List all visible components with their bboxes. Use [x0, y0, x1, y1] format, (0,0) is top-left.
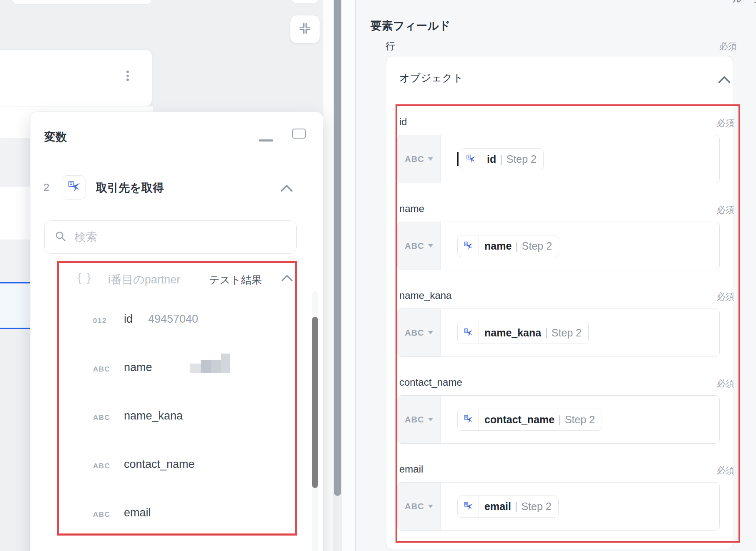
token-separator: |: [545, 327, 548, 339]
token-name: id: [487, 153, 496, 165]
token-step: Step 2: [522, 240, 552, 252]
type-selector[interactable]: ABC: [398, 396, 441, 443]
type-selector-label: ABC: [405, 502, 424, 511]
chevron-down-icon: [428, 244, 433, 248]
step-number: 2: [43, 181, 49, 194]
freee-swallow-icon: [458, 235, 479, 257]
token-name: name: [484, 240, 512, 252]
token-separator: |: [515, 240, 518, 252]
token-step: Step 2: [565, 414, 595, 426]
type-selector[interactable]: ABC: [398, 222, 441, 270]
variable-item-name-kana[interactable]: ABC name_kana: [30, 409, 297, 434]
token-name: email: [484, 500, 511, 513]
variable-name: id: [124, 313, 133, 326]
variables-panel: 変数 2 取引先を取得 { } i番目のpartner テスト結果 012: [30, 111, 323, 551]
background-card-top: [12, 0, 152, 5]
panel-divider: [323, 0, 356, 551]
test-result-badge: テスト結果: [209, 273, 262, 287]
freee-swallow-icon: [67, 180, 81, 195]
type-selector[interactable]: ABC: [398, 135, 441, 183]
chevron-down-icon: [428, 418, 433, 421]
token-step: Step 2: [552, 327, 582, 339]
object-card-title: オブジェクト: [399, 71, 464, 85]
variable-item-name[interactable]: ABC name: [30, 360, 297, 385]
field-content[interactable]: name | Step 2: [441, 222, 719, 270]
field-content[interactable]: name_kana | Step 2: [441, 309, 719, 356]
variable-token-chip[interactable]: name | Step 2: [457, 235, 559, 257]
chevron-up-icon[interactable]: [280, 185, 293, 194]
variable-token-chip[interactable]: email | Step 2: [457, 495, 559, 518]
required-badge: 必須: [717, 291, 734, 303]
freee-swallow-icon: [458, 496, 479, 517]
field-input-name[interactable]: ABC name | Step 2: [397, 222, 720, 270]
main-scrollbar-thumb[interactable]: [334, 0, 341, 496]
loop-item-label: i番目のpartner: [108, 272, 180, 287]
type-tag-text: ABC: [93, 365, 110, 374]
type-selector-label: ABC: [405, 328, 424, 338]
variable-name: contact_name: [124, 458, 195, 471]
type-tag-text: ABC: [93, 462, 110, 470]
collapse-arrows-icon: [298, 22, 312, 37]
required-badge: 必須: [717, 378, 734, 389]
type-tag-number: 012: [93, 317, 107, 325]
variable-item-email[interactable]: ABC email: [30, 506, 297, 531]
type-selector-label: ABC: [405, 154, 424, 164]
minimize-icon[interactable]: [259, 139, 273, 142]
freee-swallow-icon: [458, 322, 479, 344]
variable-token-chip[interactable]: contact_name | Step 2: [457, 409, 602, 431]
search-input[interactable]: [75, 231, 286, 244]
field-content[interactable]: contact_name | Step 2: [441, 396, 719, 443]
clipped-description-text: ループ対象にすると、各アイテムのフィールドの値が展開されます。: [733, 0, 756, 5]
section-title: 要素フィールド: [370, 18, 451, 33]
chevron-up-icon[interactable]: [281, 275, 293, 283]
token-separator: |: [515, 500, 518, 513]
kebab-menu-icon[interactable]: [124, 68, 131, 83]
annotation-rectangle-left: [57, 261, 297, 536]
variable-search-box: [44, 220, 297, 254]
step-title: 取引先を取得: [96, 180, 164, 195]
row-group-label: 行: [386, 40, 395, 53]
required-badge: 必須: [717, 204, 734, 216]
field-input-email[interactable]: ABC email | Step 2: [397, 482, 720, 531]
variable-item-contact-name[interactable]: ABC contact_name: [30, 457, 297, 482]
chevron-down-icon: [428, 505, 433, 508]
required-badge: 必須: [719, 40, 737, 52]
search-icon: [55, 230, 66, 244]
token-separator: |: [500, 153, 503, 165]
type-tag-text: ABC: [93, 414, 110, 422]
field-input-contact-name[interactable]: ABC contact_name | Step 2: [397, 395, 720, 444]
variable-value: 49457040: [148, 313, 198, 326]
required-badge: 必須: [717, 117, 734, 129]
token-step: Step 2: [507, 153, 537, 165]
field-input-id[interactable]: ABC id | Step 2: [397, 135, 720, 183]
type-selector[interactable]: ABC: [398, 483, 441, 530]
token-separator: |: [558, 414, 561, 426]
fit-view-button[interactable]: [290, 15, 320, 43]
field-content[interactable]: id | Step 2: [441, 135, 719, 183]
step-app-tile: [62, 175, 86, 200]
toolbar-button-partial[interactable]: [292, 0, 318, 3]
type-selector[interactable]: ABC: [398, 309, 441, 356]
variable-name: name_kana: [124, 409, 183, 422]
chevron-down-icon: [428, 331, 433, 334]
maximize-icon[interactable]: [292, 129, 306, 139]
variables-panel-title: 変数: [44, 129, 67, 144]
field-label: contact_name: [399, 377, 462, 388]
text-caret: [457, 152, 459, 166]
field-content[interactable]: email | Step 2: [441, 483, 719, 530]
required-badge: 必須: [717, 465, 734, 476]
variable-token-chip[interactable]: name_kana | Step 2: [457, 322, 589, 344]
variable-item-id[interactable]: 012 id 49457040: [30, 312, 297, 337]
freee-swallow-icon: [460, 149, 481, 170]
redacted-value-mosaic: [190, 354, 230, 373]
token-step: Step 2: [521, 500, 551, 513]
type-selector-label: ABC: [405, 415, 424, 425]
panel-scrollbar-thumb[interactable]: [312, 317, 318, 488]
token-name: contact_name: [484, 414, 554, 426]
variable-token-chip[interactable]: id | Step 2: [460, 148, 544, 170]
field-input-name-kana[interactable]: ABC name_kana | Step 2: [397, 308, 720, 357]
type-tag-text: ABC: [93, 511, 110, 519]
chevron-down-icon: [428, 157, 433, 161]
chevron-up-icon[interactable]: [718, 76, 731, 85]
field-label: name_kana: [399, 290, 451, 301]
